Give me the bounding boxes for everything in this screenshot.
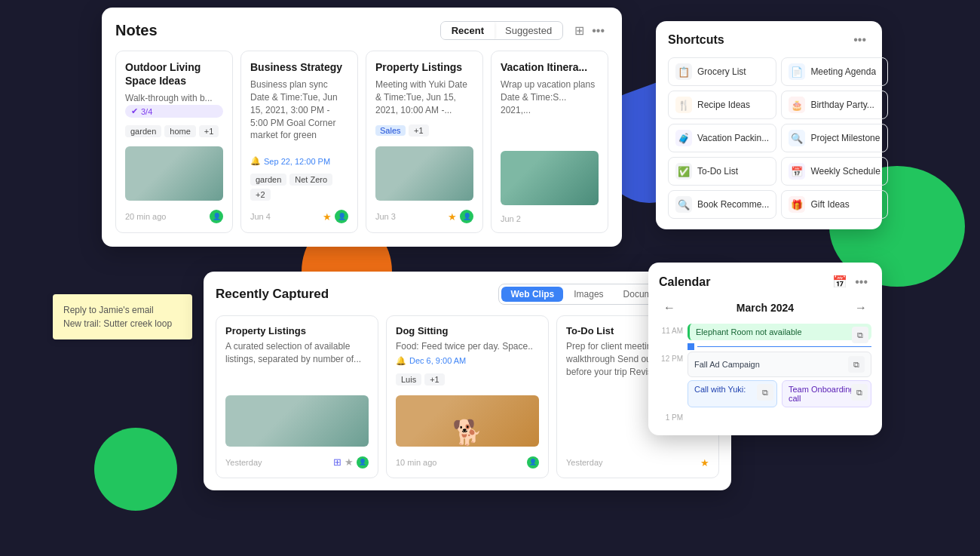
calendar-next-button[interactable]: → (850, 300, 871, 316)
calendar-nav: ← March 2024 → (659, 300, 871, 316)
time-indicator (688, 343, 871, 350)
time-label-12pm: 12 PM (659, 352, 683, 363)
shortcut-gift-ideas[interactable]: 🎁 Gift Ideas (781, 190, 888, 219)
captured-date: Yesterday (566, 458, 603, 467)
tag-garden: garden (250, 174, 286, 186)
time-row-12pm: 12 PM Fall Ad Campaign ⧉ (659, 352, 871, 377)
calendar-header: Calendar 📅 ••• (659, 273, 871, 290)
avatar-icon: 👤 (460, 210, 473, 223)
shortcut-book-recommend[interactable]: 🔍 Book Recomme... (668, 190, 776, 219)
shortcut-recipe-ideas[interactable]: 🍴 Recipe Ideas (668, 91, 776, 119)
note-footer: Jun 3 ★ 👤 (375, 210, 473, 223)
filter-images[interactable]: Images (565, 287, 612, 302)
note-card-body: Wrap up vacation plans Date & Time:S... … (501, 78, 599, 146)
tab-recent[interactable]: Recent (441, 22, 495, 39)
shortcuts-more-icon[interactable]: ••• (850, 32, 870, 48)
time-line (697, 346, 871, 347)
event-copy-icon[interactable]: ⧉ (851, 384, 868, 401)
note-card-title: Property Listings (375, 60, 473, 74)
time-row-call: Call with Yuki: ⧉ Team Onboarding call ⧉ (659, 380, 871, 407)
shortcut-meeting-icon: 📄 (789, 63, 805, 80)
note-image-property (375, 146, 473, 201)
event-text-fall: Fall Ad Campaign (694, 360, 760, 369)
note-card-outdoor[interactable]: Outdoor Living Space Ideas Walk-through … (115, 51, 233, 233)
filter-webclips[interactable]: Web Clips (501, 287, 563, 302)
note-image-map (501, 151, 599, 205)
notes-grid: Outdoor Living Space Ideas Walk-through … (115, 51, 608, 233)
note-card-body: Meeting with Yuki Date & Time:Tue, Jun 1… (375, 78, 473, 119)
tag-home: home (164, 125, 196, 137)
calendar-time-area: 11 AM Elephant Room not available ⧉ 12 P… (659, 324, 871, 422)
calendar-event-call[interactable]: Call with Yuki: ⧉ (688, 380, 777, 407)
event-copy-icon[interactable]: ⧉ (848, 356, 865, 373)
sales-badge: Sales (375, 125, 406, 136)
time-row-11am: 11 AM Elephant Room not available ⧉ (659, 324, 871, 340)
notes-more-icon[interactable]: ••• (588, 23, 608, 39)
captured-date: 10 min ago (396, 458, 436, 467)
note-tags: garden home +1 (125, 125, 223, 137)
captured-image-dog: 🐕 (396, 395, 539, 447)
time-row-1pm: 1 PM (659, 410, 871, 422)
shortcut-recipe-icon: 🍴 (675, 97, 692, 113)
calendar-event-elephant[interactable]: Elephant Room not available ⧉ (688, 324, 871, 340)
tag-more: +1 (424, 373, 445, 386)
reminder-dot-icon: 🔔 (396, 356, 406, 366)
note-card-property[interactable]: Property Listings Meeting with Yuki Date… (366, 51, 483, 233)
calendar-view-icon[interactable]: 📅 (828, 273, 851, 290)
star-icon: ★ (700, 457, 709, 468)
notes-tabs: Recent Suggested (440, 21, 564, 40)
captured-title: Recently Captured (216, 287, 498, 302)
sticky-note-line1: Reply to Jamie's email (63, 303, 182, 317)
shortcut-gift-label: Gift Ideas (810, 199, 849, 210)
time-dot (688, 343, 694, 350)
captured-card-property[interactable]: Property Listings A curated selection of… (216, 315, 378, 478)
shortcut-project-label: Project Milestone (810, 133, 880, 143)
notes-panel: Notes Recent Suggested ⊞ ••• Outdoor Liv… (102, 8, 622, 247)
shortcut-vacation-label: Vacation Packin... (697, 133, 769, 143)
note-footer: Jun 4 ★ 👤 (250, 210, 348, 223)
note-card-title: Vacation Itinera... (501, 60, 599, 74)
shortcut-recipe-label: Recipe Ideas (697, 100, 750, 110)
calendar-prev-button[interactable]: ← (659, 300, 680, 316)
shortcut-vacation-packing[interactable]: 🧳 Vacation Packin... (668, 124, 776, 152)
note-card-title: Outdoor Living Space Ideas (125, 60, 223, 88)
shortcut-birthday-party[interactable]: 🎂 Birthday Party... (781, 91, 888, 119)
captured-footer: Yesterday ★ (566, 451, 709, 468)
notes-view-icon[interactable]: ⊞ (571, 22, 588, 39)
avatar-icon: 👤 (335, 210, 348, 223)
shortcut-schedule-icon: 📅 (789, 163, 805, 180)
note-card-body: Walk-through with b... (125, 92, 223, 105)
note-card-business[interactable]: Business Strategy Business plan sync Dat… (240, 51, 358, 233)
reminder-text: Sep 22, 12:00 PM (264, 157, 330, 166)
captured-card-title: Dog Sitting (396, 325, 539, 336)
tab-suggested[interactable]: Suggested (495, 22, 562, 39)
note-card-vacation[interactable]: Vacation Itinera... Wrap up vacation pla… (491, 51, 608, 233)
captured-card-dog[interactable]: Dog Sitting Food: Feed twice per day. Sp… (386, 315, 549, 478)
calendar-more-icon[interactable]: ••• (851, 274, 871, 290)
shortcut-grocery-label: Grocery List (697, 66, 746, 77)
shortcut-book-icon: 🔍 (675, 196, 692, 213)
calendar-event-fall[interactable]: Fall Ad Campaign ⧉ (688, 352, 871, 377)
shortcut-meeting-agenda[interactable]: 📄 Meeting Agenda (781, 57, 888, 86)
shortcut-todo-list[interactable]: ✅ To-Do List (668, 157, 776, 186)
progress-check-icon: ✔ (131, 106, 138, 116)
avatar-icon: 👤 (210, 210, 223, 223)
star-icon: ★ (323, 211, 332, 223)
calendar-event-team[interactable]: Team Onboarding call ⧉ (782, 380, 871, 407)
shortcut-project-milestone[interactable]: 🔍 Project Milestone (781, 124, 888, 152)
time-label-empty (659, 380, 683, 383)
progress-value: 3/4 (141, 107, 152, 116)
event-copy-icon[interactable]: ⧉ (852, 327, 868, 343)
event-copy-icon[interactable]: ⧉ (757, 384, 773, 401)
sticky-note-line2: New trail: Sutter creek loop (63, 317, 182, 330)
shortcut-weekly-schedule[interactable]: 📅 Weekly Schedule (781, 157, 888, 186)
captured-card-body: Food: Feed twice per day. Space.. (396, 340, 539, 353)
progress-badge: ✔ 3/4 (125, 105, 223, 118)
shortcuts-title: Shortcuts (668, 33, 850, 47)
tag-more: +1 (199, 125, 219, 137)
note-date: 20 min ago (125, 212, 166, 221)
captured-image-house (225, 395, 369, 447)
shortcut-grocery-list[interactable]: 📋 Grocery List (668, 57, 776, 86)
note-tags: Luis +1 (396, 373, 539, 386)
shortcuts-grid: 📋 Grocery List 📄 Meeting Agenda 🍴 Recipe… (668, 57, 870, 219)
